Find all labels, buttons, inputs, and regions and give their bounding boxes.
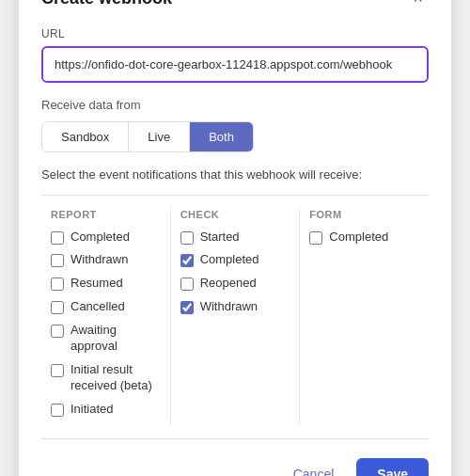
- form-column-header: FORM: [309, 209, 419, 220]
- list-item[interactable]: Reopened: [180, 276, 290, 292]
- form-column: FORM Completed: [300, 209, 429, 425]
- checkbox-report-resumed[interactable]: [51, 278, 64, 291]
- columns-container: REPORT Completed Withdrawn Resumed Cance…: [41, 195, 429, 439]
- toggle-sandbox[interactable]: Sandbox: [42, 122, 129, 151]
- list-item[interactable]: Started: [180, 230, 290, 246]
- check-column-header: CHECK: [180, 209, 290, 220]
- check-column: CHECK Started Completed Reopened Withdra…: [171, 209, 301, 425]
- modal-header: Create webhook ×: [41, 0, 429, 10]
- modal-footer: Cancel Save: [41, 458, 429, 476]
- report-withdrawn-label: Withdrawn: [70, 252, 128, 268]
- url-input[interactable]: [41, 46, 429, 83]
- checkbox-report-initial[interactable]: [51, 364, 64, 377]
- checkbox-report-withdrawn[interactable]: [51, 254, 64, 267]
- report-resumed-label: Resumed: [70, 276, 123, 292]
- checkbox-report-awaiting[interactable]: [51, 325, 64, 338]
- checkbox-form-completed[interactable]: [309, 231, 322, 245]
- checkbox-report-initiated[interactable]: [51, 404, 64, 417]
- toggle-both[interactable]: Both: [190, 122, 253, 151]
- cancel-button[interactable]: Cancel: [282, 459, 346, 476]
- list-item[interactable]: Initiated: [51, 402, 161, 418]
- report-initial-label: Initial result received (beta): [70, 362, 161, 394]
- report-initiated-label: Initiated: [70, 402, 114, 418]
- list-item[interactable]: Withdrawn: [51, 252, 161, 268]
- list-item[interactable]: Completed: [51, 230, 161, 246]
- list-item[interactable]: Resumed: [51, 276, 161, 292]
- report-column-header: REPORT: [51, 209, 161, 220]
- form-completed-label: Completed: [329, 230, 388, 246]
- report-column: REPORT Completed Withdrawn Resumed Cance…: [41, 209, 171, 425]
- url-label: URL: [41, 27, 429, 40]
- list-item[interactable]: Withdrawn: [180, 299, 290, 315]
- toggle-live[interactable]: Live: [129, 122, 190, 151]
- list-item[interactable]: Initial result received (beta): [51, 362, 161, 394]
- toggle-group: Sandbox Live Both: [41, 121, 254, 152]
- save-button[interactable]: Save: [356, 458, 429, 476]
- check-started-label: Started: [200, 230, 240, 246]
- checkbox-check-reopened[interactable]: [180, 278, 194, 291]
- modal-container: Create webhook × URL Receive data from S…: [19, 0, 451, 476]
- close-button[interactable]: ×: [407, 0, 429, 10]
- report-awaiting-label: Awaiting approval: [70, 323, 161, 355]
- checkbox-check-withdrawn[interactable]: [180, 301, 194, 314]
- report-completed-label: Completed: [70, 230, 130, 246]
- list-item[interactable]: Cancelled: [51, 299, 161, 315]
- list-item[interactable]: Completed: [309, 230, 419, 246]
- check-withdrawn-label: Withdrawn: [200, 299, 258, 315]
- url-section: URL: [41, 27, 429, 83]
- checkbox-report-completed[interactable]: [51, 231, 64, 245]
- checkbox-check-completed[interactable]: [180, 254, 194, 267]
- report-cancelled-label: Cancelled: [70, 299, 125, 315]
- event-description: Select the event notifications that this…: [41, 167, 429, 182]
- checkbox-check-started[interactable]: [180, 231, 194, 245]
- list-item[interactable]: Completed: [180, 252, 290, 268]
- modal-title: Create webhook: [41, 0, 172, 8]
- receive-data-label: Receive data from: [41, 98, 429, 112]
- checkbox-report-cancelled[interactable]: [51, 301, 64, 314]
- check-completed-label: Completed: [200, 252, 259, 268]
- check-reopened-label: Reopened: [200, 276, 257, 292]
- modal-overlay: Create webhook × URL Receive data from S…: [0, 0, 470, 476]
- list-item[interactable]: Awaiting approval: [51, 323, 161, 355]
